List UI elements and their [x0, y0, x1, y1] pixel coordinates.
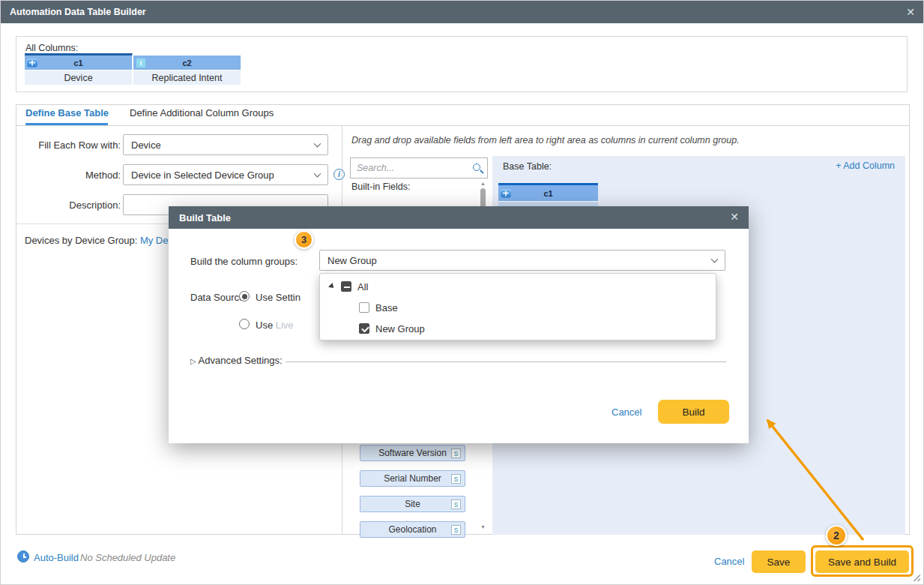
close-icon[interactable]: ✕ — [904, 5, 917, 19]
clock-icon — [17, 550, 29, 562]
devices-by-device-group-label: Devices by Device Group: — [25, 235, 137, 246]
scroll-down-icon[interactable]: ▼ — [480, 524, 486, 530]
search-box — [350, 158, 488, 178]
all-columns-cell-device[interactable]: Device — [25, 70, 133, 85]
tree-node-base[interactable]: Base — [359, 297, 398, 318]
modal-build-button[interactable]: Build — [658, 400, 729, 424]
method-select[interactable]: Device in Selected Device Group — [123, 164, 328, 185]
radio-use-settings-label: Use Settin — [256, 292, 301, 303]
string-type-badge: S — [451, 525, 461, 535]
all-columns-cell-replicated-intent[interactable]: Replicated Intent — [133, 70, 241, 85]
footer-cancel-button[interactable]: Cancel — [714, 556, 744, 567]
build-groups-select[interactable]: New Group — [319, 250, 725, 271]
string-type-badge: S — [451, 500, 461, 509]
tree-node-label: All — [357, 281, 368, 292]
fill-each-row-value: Device — [131, 140, 161, 151]
tree-node-label: New Group — [375, 323, 425, 334]
base-table-label: Base Table: — [503, 161, 552, 172]
tree-node-all[interactable]: All — [329, 276, 368, 297]
base-table-column-c1[interactable]: c1 — [498, 183, 598, 201]
tree-node-label: Base — [375, 302, 398, 314]
modal-titlebar: Build Table ✕ — [169, 206, 749, 229]
string-type-badge: S — [451, 474, 461, 484]
add-column-button[interactable]: + Add Column — [836, 160, 895, 171]
save-button[interactable]: Save — [752, 550, 806, 573]
fill-each-row-label: Fill Each Row with: — [16, 140, 121, 151]
modal-cancel-button[interactable]: Cancel — [612, 406, 641, 418]
checkbox-base-unchecked[interactable] — [359, 302, 369, 313]
tree-expander-icon[interactable] — [328, 283, 336, 290]
advanced-settings-label: Advanced Settings: — [199, 355, 283, 366]
advanced-settings-line — [286, 362, 726, 362]
expander-right-icon[interactable]: ▷ — [190, 357, 196, 365]
builtin-fields-label: Built-in Fields: — [351, 182, 411, 192]
column-id: c2 — [182, 58, 191, 68]
all-columns-header-c1[interactable]: c1 — [25, 53, 133, 70]
column-id: c1 — [543, 189, 552, 198]
resize-handle[interactable] — [912, 573, 920, 581]
radio-use-settings[interactable] — [239, 291, 250, 302]
chip-label: Geolocation — [388, 524, 436, 535]
radio-use-live-disabled-text: Live — [276, 320, 294, 331]
field-chip-geolocation[interactable]: Geolocation S — [360, 521, 465, 538]
tab-define-additional-column-groups[interactable]: Define Additional Column Groups — [130, 107, 274, 125]
chip-label: Site — [405, 499, 420, 509]
device-icon — [501, 189, 511, 197]
column-id: c1 — [73, 58, 82, 68]
chip-label: Software Version — [378, 448, 447, 458]
annotation-step-3-badge: 3 — [295, 230, 313, 249]
all-columns-header-c2[interactable]: I c2 — [133, 56, 241, 70]
field-chip-serial-number[interactable]: Serial Number S — [360, 470, 465, 487]
save-and-build-button[interactable]: Save and Build — [815, 550, 909, 573]
all-columns-label: All Columns: — [25, 43, 78, 53]
window-title: Automation Data Table Builder — [10, 7, 146, 17]
annotation-step-2-badge: 2 — [826, 525, 847, 546]
radio-use-live-text: Use — [256, 320, 273, 331]
scroll-up-icon[interactable]: ▲ — [480, 181, 486, 186]
build-groups-label: Build the column groups: — [190, 256, 298, 267]
checkbox-all-indeterminate[interactable] — [341, 281, 351, 292]
chevron-down-icon — [314, 170, 321, 178]
modal-title: Build Table — [179, 212, 231, 224]
search-icon[interactable] — [473, 164, 480, 171]
string-type-badge: S — [451, 448, 461, 458]
field-chip-site[interactable]: Site S — [360, 496, 465, 512]
radio-use-live-label: Use Live — [256, 320, 294, 331]
method-value: Device in Selected Device Group — [131, 170, 274, 181]
modal-close-icon[interactable]: ✕ — [728, 210, 741, 224]
auto-build-link[interactable]: Auto-Build — [34, 552, 79, 563]
radio-use-live[interactable] — [239, 319, 250, 329]
description-label: Description: — [16, 200, 121, 211]
window-titlebar: Automation Data Table Builder ✕ — [1, 1, 924, 23]
schedule-status: No Scheduled Update — [80, 552, 175, 563]
automation-data-table-builder-dialog: Automation Data Table Builder ✕ All Colu… — [0, 0, 924, 585]
chevron-down-icon — [711, 256, 719, 263]
info-icon[interactable]: i — [333, 169, 345, 180]
tabs-divider — [16, 125, 909, 126]
chevron-down-icon — [314, 140, 321, 148]
column-groups-dropdown: All Base New Group — [319, 273, 716, 340]
intent-icon: I — [136, 58, 145, 68]
fill-each-row-select[interactable]: Device — [123, 134, 328, 155]
search-input[interactable] — [357, 159, 469, 177]
method-label: Method: — [16, 170, 121, 181]
field-chip-software-version[interactable]: Software Version S — [360, 445, 465, 461]
device-icon — [27, 58, 37, 67]
devices-by-device-group-row: Devices by Device Group: My Devic — [25, 235, 180, 246]
chip-label: Serial Number — [384, 473, 441, 484]
tree-node-new-group[interactable]: New Group — [359, 318, 425, 339]
advanced-settings-row: ▷ Advanced Settings: — [190, 355, 283, 366]
drag-drop-hint: Drag and drop available fields from left… — [351, 135, 740, 146]
build-groups-value: New Group — [327, 255, 377, 266]
checkbox-new-group-checked[interactable] — [359, 323, 369, 334]
